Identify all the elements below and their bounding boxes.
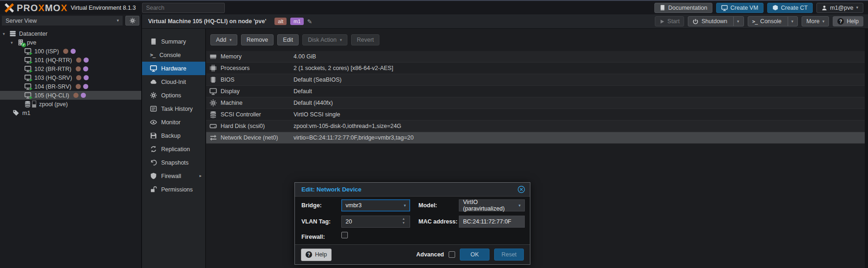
tag-dot-alt — [73, 93, 78, 98]
table-row-scsi-controller[interactable]: SCSI ControllerVirtIO SCSI single — [206, 109, 865, 121]
vm-menu-item-console[interactable]: >_Console — [142, 48, 205, 62]
chevron-down-icon[interactable]: ▾ — [11, 40, 17, 45]
content-header: Virtual Machine 105 (HQ-CLI) on node 'pv… — [142, 14, 868, 29]
vm-menu-item-options[interactable]: Options — [142, 89, 205, 102]
vm-menu-item-task-history[interactable]: Task History — [142, 102, 205, 115]
model-combo[interactable]: VirtIO (paravirtualized) ▾ — [459, 199, 525, 211]
tree-settings-button[interactable] — [125, 16, 139, 26]
close-icon[interactable] — [517, 185, 525, 193]
tree-item-datacenter[interactable]: ▾ Datacenter — [0, 29, 141, 38]
advanced-checkbox[interactable] — [449, 251, 455, 258]
tree-item-vm-101[interactable]: 101 (HQ-RTR) — [0, 56, 141, 64]
vlan-tag-field[interactable]: 20 — [341, 216, 410, 228]
dialog-help-button[interactable]: ? Help — [301, 249, 332, 261]
table-row-hard-disk[interactable]: Hard Disk (scsi0)zpool:vm-105-disk-0,iot… — [206, 121, 865, 132]
vm-menu-item-hardware[interactable]: Hardware — [142, 62, 205, 75]
edit-button[interactable]: Edit — [277, 34, 299, 45]
table-row-display[interactable]: DisplayDefault — [206, 86, 865, 97]
table-row-machine[interactable]: MachineDefault (i440fx) — [206, 97, 865, 109]
edit-network-device-dialog: Edit: Network Device Bridge: vmbr3 ▾ Mod… — [294, 182, 530, 265]
vm-running-icon — [24, 57, 32, 64]
vm-menu-item-firewall[interactable]: Firewall▸ — [142, 169, 205, 183]
question-icon: ? — [837, 18, 844, 25]
tree-item-pool-m1[interactable]: m1 — [0, 108, 141, 117]
table-row-network-device[interactable]: Network Device (net0)virtio=BC:24:11:72:… — [206, 132, 865, 144]
tag-dot-m1 — [83, 84, 88, 89]
tree-item-label: zpool (pve) — [39, 101, 68, 108]
vm-menu-item-snapshots[interactable]: Snapshots — [142, 156, 205, 169]
cube-icon — [772, 5, 778, 11]
remove-button[interactable]: Remove — [241, 34, 274, 45]
spinner-up-icon[interactable]: ▴ — [403, 217, 405, 221]
edit-tags-pencil-icon[interactable]: ✎ — [307, 18, 312, 25]
reset-button[interactable]: Reset — [494, 249, 524, 261]
console-menu-toggle[interactable]: ▾ — [788, 17, 794, 26]
more-button[interactable]: More ▾ — [802, 16, 829, 26]
tag-dot-alt — [76, 66, 81, 71]
bridge-combo[interactable]: vmbr3 ▾ — [341, 199, 410, 211]
mac-address-field[interactable] — [459, 216, 525, 228]
database-icon — [209, 111, 217, 118]
table-row-processors[interactable]: Processors2 (1 sockets, 2 cores) [x86-64… — [206, 63, 865, 74]
vm-tag-alt: alt — [274, 18, 287, 25]
revert-button[interactable]: Revert — [351, 34, 379, 45]
gear-icon — [130, 18, 136, 24]
proxmox-app: PROXMOX Virtual Environment 8.1.3 Docume… — [0, 0, 868, 268]
table-row-bios[interactable]: BIOSDefault (SeaBIOS) — [206, 74, 865, 86]
online-check-icon: ✔ — [21, 43, 26, 47]
console-button[interactable]: >_ Console ▾ — [748, 16, 798, 26]
dialog-body: Bridge: vmbr3 ▾ Model: VirtIO (paravirtu… — [295, 197, 530, 244]
help-button[interactable]: ? Help — [833, 16, 863, 26]
disk-action-button[interactable]: Disk Action▾ — [302, 34, 347, 45]
resource-tree: ▾ Datacenter ▾ ✔ pve 100 (ISP) 101 (HQ-R… — [0, 27, 141, 117]
documentation-button[interactable]: Documentation — [654, 3, 712, 13]
chevron-down-icon: ▾ — [822, 19, 825, 24]
page-title: Virtual Machine 105 (HQ-CLI) on node 'pv… — [148, 18, 266, 25]
number-spinner[interactable]: ▴ ▾ — [403, 217, 405, 225]
shutdown-menu-toggle[interactable]: ▾ — [733, 17, 739, 26]
vm-menu-item-replication[interactable]: Replication — [142, 142, 205, 156]
vm-menu-item-permissions[interactable]: Permissions — [142, 183, 205, 196]
chevron-down-icon: ▾ — [117, 19, 119, 23]
tree-item-vm-102[interactable]: 102 (BR-RTR) — [0, 64, 141, 73]
vm-running-icon — [24, 74, 32, 81]
chevron-down-icon: ▾ — [404, 204, 406, 208]
vm-menu-item-monitor[interactable]: Monitor — [142, 115, 205, 129]
create-ct-button[interactable]: Create CT — [767, 3, 813, 13]
chevron-down-icon[interactable]: ▾ — [3, 32, 9, 36]
add-button[interactable]: Add▾ — [210, 34, 237, 45]
tree-item-vm-100[interactable]: 100 (ISP) — [0, 47, 141, 56]
scrollbar-track[interactable] — [865, 29, 868, 268]
hardware-table: Memory4.00 GiB Processors2 (1 sockets, 2… — [206, 51, 865, 144]
terminal-icon: >_ — [150, 52, 155, 58]
tree-item-vm-104[interactable]: 104 (BR-SRV) — [0, 82, 141, 91]
search-input[interactable] — [142, 3, 225, 13]
chevron-down-icon: ▾ — [791, 19, 794, 24]
tree-item-vm-103[interactable]: 103 (HQ-SRV) — [0, 73, 141, 82]
tree-item-node-pve[interactable]: ▾ ✔ pve — [0, 38, 141, 47]
tree-item-vm-105[interactable]: 105 (HQ-CLI) — [0, 91, 141, 100]
vm-menu-item-summary[interactable]: Summary — [142, 35, 205, 48]
dialog-header[interactable]: Edit: Network Device — [295, 183, 530, 197]
vm-menu-item-backup[interactable]: Backup — [142, 129, 205, 142]
create-vm-button[interactable]: Create VM — [716, 3, 764, 13]
chevron-right-icon: ▸ — [199, 174, 202, 178]
tree-item-storage-zpool[interactable]: zpool (pve) — [0, 100, 141, 108]
book-icon — [659, 5, 666, 11]
firewall-checkbox[interactable] — [341, 232, 348, 238]
chip-icon — [209, 76, 217, 83]
datacenter-icon — [9, 30, 16, 37]
ok-button[interactable]: OK — [460, 249, 489, 261]
hardware-toolbar: Add▾ Remove Edit Disk Action▾ Revert — [206, 29, 868, 45]
storage-usage-indicator — [32, 101, 36, 108]
shutdown-button[interactable]: Shutdown ▾ — [688, 16, 744, 26]
start-button[interactable]: Start — [655, 16, 684, 26]
table-row-memory[interactable]: Memory4.00 GiB — [206, 51, 865, 63]
view-selector[interactable]: Server View ▾ — [2, 16, 123, 26]
exchange-icon — [209, 134, 217, 141]
vm-running-icon — [24, 65, 32, 72]
tree-item-label: pve — [27, 39, 36, 46]
spinner-down-icon[interactable]: ▾ — [403, 221, 405, 225]
user-menu-button[interactable]: m1@pve ▾ — [816, 3, 863, 13]
vm-menu-item-cloud-init[interactable]: Cloud-Init — [142, 75, 205, 89]
